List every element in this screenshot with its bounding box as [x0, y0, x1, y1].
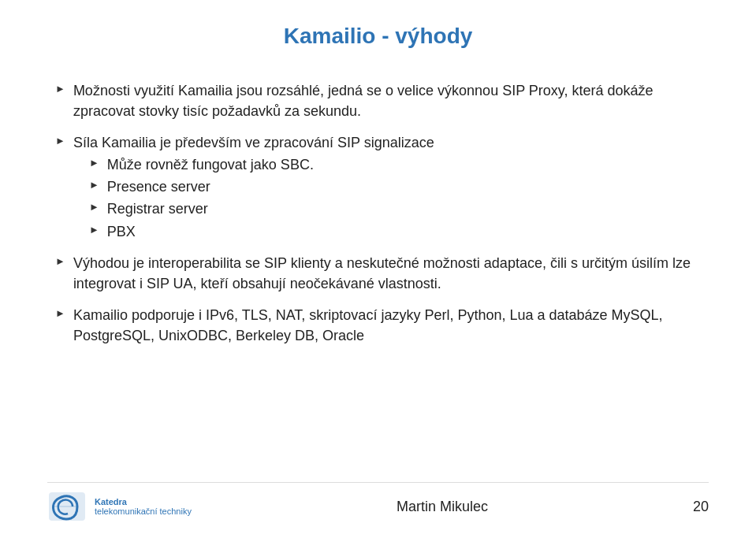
sub-bullet-group-2: ► Může rovněž fungovat jako SBC. ► Prese…: [89, 154, 434, 241]
sub-bullet-item-3: ► Registrar server: [89, 199, 434, 219]
bullet-item-2: ► Síla Kamailia je především ve zpracová…: [47, 132, 709, 241]
sub-bullet-item-2: ► Presence server: [89, 176, 434, 197]
slide-title: Kamailio - výhody: [47, 24, 709, 57]
footer: Katedra telekomunikační techniky Martin …: [47, 482, 709, 522]
footer-presenter: Martin Mikulec: [192, 499, 693, 515]
bullet-item-3: ► Výhodou je interoperabilita se SIP kli…: [47, 253, 709, 294]
logo-line1: Katedra: [95, 497, 192, 506]
sub-bullet-text-4: PBX: [107, 221, 136, 242]
bullet-text-3: Výhodou je interoperabilita se SIP klien…: [73, 253, 709, 294]
sub-bullet-text-2: Presence server: [107, 176, 210, 197]
sub-bullet-arrow-4: ►: [89, 224, 99, 236]
sub-bullet-item-4: ► PBX: [89, 221, 434, 242]
bullet-text-4: Kamailio podporuje i IPv6, TLS, NAT, skr…: [73, 305, 709, 346]
bullet-text-2: Síla Kamailia je především ve zpracování…: [73, 132, 434, 153]
logo-line2: telekomunikační techniky: [95, 506, 192, 516]
sub-bullet-arrow-2: ►: [89, 179, 99, 191]
slide-container: Kamailio - výhody ► Možnosti využití Kam…: [0, 0, 756, 538]
footer-page-number: 20: [693, 499, 709, 515]
bullet-arrow-1: ►: [55, 83, 65, 95]
sub-bullet-text-3: Registrar server: [107, 199, 208, 219]
sub-bullet-text-1: Může rovněž fungovat jako SBC.: [107, 154, 314, 175]
sub-bullet-arrow-3: ►: [89, 201, 99, 213]
bullet-item-1: ► Možnosti využití Kamailia jsou rozsáhl…: [47, 80, 709, 121]
university-logo-icon: [47, 491, 87, 522]
bullet-item-4: ► Kamailio podporuje i IPv6, TLS, NAT, s…: [47, 305, 709, 346]
bullet-text-1: Možnosti využití Kamailia jsou rozsáhlé,…: [73, 80, 709, 121]
sub-bullet-item-1: ► Může rovněž fungovat jako SBC.: [89, 154, 434, 175]
bullet-arrow-3: ►: [55, 255, 65, 267]
bullet-arrow-2: ►: [55, 135, 65, 147]
bullet-arrow-4: ►: [55, 307, 65, 319]
logo-text: Katedra telekomunikační techniky: [95, 497, 192, 516]
sub-bullet-arrow-1: ►: [89, 157, 99, 169]
footer-logo: Katedra telekomunikační techniky: [47, 491, 192, 522]
content-area: ► Možnosti využití Kamailia jsou rozsáhl…: [47, 80, 709, 474]
